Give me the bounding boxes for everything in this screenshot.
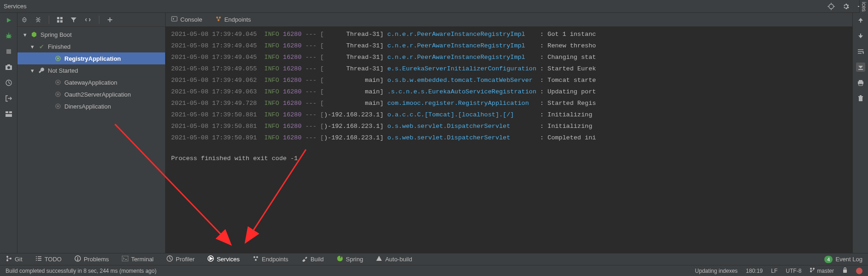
tool-profiler[interactable]: Profiler xyxy=(167,255,195,263)
tool-endpoints[interactable]: Endpoints xyxy=(253,255,288,263)
tool-build[interactable]: Build xyxy=(301,255,324,263)
svg-rect-22 xyxy=(6,111,8,113)
tree-item-registry[interactable]: RegistryApplication xyxy=(17,52,165,64)
svg-line-14 xyxy=(10,37,11,38)
svg-point-86 xyxy=(813,268,815,270)
log-line: 2021-05-08 17:39:49.045 INFO 16280 --- [… xyxy=(171,29,852,40)
svg-rect-59 xyxy=(859,97,862,101)
panel-header: Services xyxy=(0,0,868,13)
log-line: 2021-05-08 17:39:50.881 INFO 16280 --- [… xyxy=(171,109,852,121)
exit-icon[interactable] xyxy=(4,94,13,103)
svg-rect-30 xyxy=(60,20,63,23)
collapse-all-icon[interactable] xyxy=(35,17,41,23)
profiler-gutter-icon[interactable] xyxy=(4,78,13,87)
scroll-up-icon[interactable] xyxy=(856,16,865,25)
log-line: 2021-05-08 17:39:50.891 INFO 16280 --- [… xyxy=(171,132,852,144)
status-encoding[interactable]: UTF-8 xyxy=(786,268,801,274)
svg-rect-56 xyxy=(859,80,862,81)
tree-item-diners[interactable]: DinersApplication xyxy=(17,100,165,112)
svg-marker-31 xyxy=(71,17,76,23)
svg-line-13 xyxy=(6,37,7,38)
svg-rect-17 xyxy=(7,64,10,66)
scroll-down-icon[interactable] xyxy=(856,31,865,40)
tool-services[interactable]: Services xyxy=(207,255,240,263)
tree-group-finished[interactable]: ▾ ✔ Finished xyxy=(17,40,165,52)
soft-wrap-icon[interactable] xyxy=(856,47,865,56)
svg-marker-47 xyxy=(858,18,863,21)
error-indicator-icon[interactable] xyxy=(856,268,862,274)
tab-label: Console xyxy=(180,16,202,23)
problems-icon xyxy=(75,255,81,263)
trash-icon[interactable] xyxy=(856,94,865,103)
tool-autobuild[interactable]: Auto-build xyxy=(376,255,412,263)
chevron-down-icon[interactable]: ▾ xyxy=(22,31,28,38)
run-icon[interactable] xyxy=(4,16,13,25)
group-icon[interactable] xyxy=(57,17,63,23)
lock-icon[interactable] xyxy=(842,267,848,275)
console-output[interactable]: 2021-05-08 17:39:49.045 INFO 16280 --- [… xyxy=(166,27,852,253)
chevron-down-icon[interactable]: ▾ xyxy=(29,67,35,74)
tool-terminal[interactable]: Terminal xyxy=(122,256,154,263)
svg-line-9 xyxy=(6,34,7,35)
side-tab-services[interactable]: ices xyxy=(859,0,868,13)
log-line: 2021-05-08 17:39:49.055 INFO 16280 --- [… xyxy=(171,63,852,75)
add-icon[interactable] xyxy=(107,17,113,23)
svg-rect-28 xyxy=(60,17,63,19)
camera-icon[interactable] xyxy=(4,63,13,72)
filter-icon[interactable] xyxy=(70,17,77,23)
svg-point-37 xyxy=(57,81,58,83)
log-line: 2021-05-08 17:39:49.045 INFO 16280 --- [… xyxy=(171,40,852,52)
build-icon xyxy=(301,255,308,263)
tree-node-label: Finished xyxy=(48,43,70,50)
tool-git[interactable]: Git xyxy=(6,255,23,263)
tool-todo[interactable]: TODO xyxy=(35,256,62,263)
status-branch[interactable]: master xyxy=(810,267,834,274)
chevron-down-icon[interactable]: ▾ xyxy=(29,43,35,50)
console-tabs: Console Endpoints xyxy=(166,13,852,27)
gear-icon[interactable] xyxy=(842,3,850,10)
tab-endpoints[interactable]: Endpoints xyxy=(215,16,251,23)
tab-console[interactable]: Console xyxy=(171,16,202,23)
tree-node-springboot[interactable]: ▾ Spring Boot xyxy=(17,29,165,40)
status-cursor-pos[interactable]: 180:19 xyxy=(746,268,763,274)
tree-panel: ▾ Spring Boot ▾ ✔ Finished RegistryAppli… xyxy=(17,13,166,253)
svg-marker-43 xyxy=(173,18,174,20)
app-icon xyxy=(54,92,62,97)
stop-icon[interactable] xyxy=(4,47,13,56)
svg-point-82 xyxy=(256,256,258,258)
todo-icon xyxy=(35,256,42,263)
debug-icon[interactable] xyxy=(4,31,13,40)
app-icon xyxy=(54,104,62,109)
svg-rect-60 xyxy=(858,96,863,97)
tool-label: TODO xyxy=(45,256,62,263)
app-icon xyxy=(54,56,62,61)
expand-all-icon[interactable] xyxy=(21,17,28,23)
log-line: 2021-05-08 17:39:49.063 INFO 16280 --- [… xyxy=(171,86,852,98)
tree-item-gateway[interactable]: GatewayApplication xyxy=(17,76,165,88)
status-build-message: Build completed successfully in 8 sec, 2… xyxy=(6,268,156,274)
svg-rect-74 xyxy=(122,256,128,261)
layout-icon[interactable] xyxy=(4,109,13,119)
locate-icon[interactable] xyxy=(828,3,835,10)
tool-problems[interactable]: Problems xyxy=(75,255,109,263)
link-icon[interactable] xyxy=(84,17,92,23)
scroll-to-end-icon[interactable] xyxy=(856,63,865,72)
svg-rect-15 xyxy=(6,49,11,54)
svg-marker-84 xyxy=(376,256,382,261)
print-icon[interactable] xyxy=(856,78,865,87)
log-line: 2021-05-08 17:39:49.728 INFO 16280 --- [… xyxy=(171,98,852,109)
tool-label: Terminal xyxy=(131,256,154,263)
tool-spring[interactable]: Spring xyxy=(337,255,363,263)
tool-label: Problems xyxy=(84,256,109,263)
tree-node-label: Not Started xyxy=(48,67,78,74)
tool-label: Git xyxy=(15,256,23,263)
tool-label: Services xyxy=(217,256,240,263)
tree-group-notstarted[interactable]: ▾ Not Started xyxy=(17,64,165,76)
svg-point-83 xyxy=(255,259,257,261)
status-line-ending[interactable]: LF xyxy=(771,268,777,274)
right-gutter xyxy=(852,13,868,253)
svg-point-18 xyxy=(7,66,10,69)
tree-item-oauth[interactable]: Oauth2ServerApplication xyxy=(17,88,165,100)
svg-rect-50 xyxy=(860,34,861,35)
tool-eventlog[interactable]: 4 Event Log xyxy=(824,256,862,263)
